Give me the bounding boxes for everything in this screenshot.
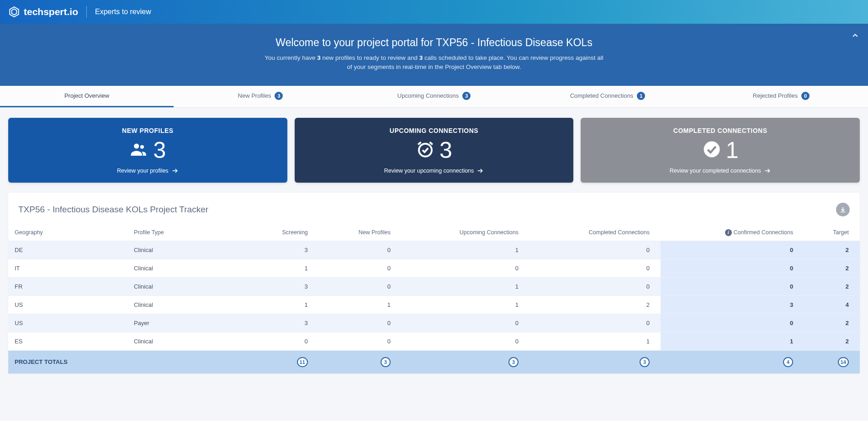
- col-geography: Geography: [8, 225, 127, 241]
- total-badge: 3: [640, 357, 650, 367]
- tab-new-profiles[interactable]: New Profiles3: [174, 86, 347, 107]
- totals-new-profiles: 3: [319, 350, 402, 374]
- tab-label: Completed Connections: [570, 92, 634, 99]
- cell-target: 2: [804, 332, 860, 350]
- tab-badge: 1: [637, 92, 645, 100]
- col-new-profiles: New Profiles: [319, 225, 402, 241]
- table-row: USPayer300002: [8, 314, 860, 332]
- cell-geography: ES: [8, 332, 127, 350]
- cell-upcoming: 1: [402, 295, 529, 314]
- new-profiles-card[interactable]: NEW PROFILES 3 Review your profiles: [8, 118, 287, 183]
- card-link[interactable]: Review your profiles: [117, 167, 179, 174]
- cell-new-profiles: 0: [319, 241, 402, 259]
- tab-project-overview[interactable]: Project Overview: [0, 86, 174, 107]
- card-heading: UPCOMING CONNECTIONS: [299, 127, 569, 134]
- cell-profile-type: Clinical: [127, 241, 247, 259]
- tab-upcoming-connections[interactable]: Upcoming Connections3: [347, 86, 521, 107]
- cell-completed: 2: [529, 295, 661, 314]
- cell-new-profiles: 0: [319, 314, 402, 332]
- logo-icon: [8, 6, 20, 18]
- totals-row: PROJECT TOTALS11333414: [8, 350, 860, 374]
- cell-target: 2: [804, 314, 860, 332]
- card-link[interactable]: Review your completed connections: [670, 167, 771, 174]
- welcome-subtext: You currently have 3 new profiles to rea…: [263, 53, 605, 72]
- svg-point-9: [704, 141, 720, 157]
- cell-screening: 3: [247, 277, 319, 295]
- total-badge: 4: [783, 357, 793, 367]
- svg-marker-1: [12, 9, 17, 15]
- cell-screening: 1: [247, 295, 319, 314]
- totals-confirmed: 4: [661, 350, 804, 374]
- tracker-title: TXP56 - Infectious Disease KOLs Project …: [18, 205, 208, 215]
- tab-bar: Project OverviewNew Profiles3Upcoming Co…: [0, 86, 868, 108]
- total-badge: 3: [508, 357, 519, 367]
- arrow-right-icon: [171, 167, 179, 174]
- summary-card-row: NEW PROFILES 3 Review your profiles UPCO…: [0, 108, 868, 183]
- header-subtitle: Experts to review: [95, 8, 151, 16]
- upcoming-connections-card[interactable]: UPCOMING CONNECTIONS 3 Review your upcom…: [295, 118, 574, 183]
- cell-upcoming: 1: [402, 277, 529, 295]
- collapse-banner-button[interactable]: [852, 32, 859, 41]
- totals-upcoming: 3: [402, 350, 529, 374]
- totals-label: PROJECT TOTALS: [8, 350, 247, 374]
- tab-label: New Profiles: [238, 92, 271, 99]
- info-icon[interactable]: i: [725, 229, 732, 236]
- total-badge: 14: [838, 357, 849, 367]
- table-row: USClinical111234: [8, 295, 860, 314]
- cell-geography: IT: [8, 259, 127, 277]
- brand-text: techspert.io: [24, 6, 78, 17]
- svg-line-7: [430, 142, 433, 144]
- arrow-right-icon: [476, 167, 484, 174]
- cell-new-profiles: 0: [319, 332, 402, 350]
- top-header: techspert.io Experts to review: [0, 0, 868, 24]
- tab-label: Rejected Profiles: [753, 92, 798, 99]
- tab-label: Upcoming Connections: [397, 92, 459, 99]
- cell-target: 2: [804, 259, 860, 277]
- cell-confirmed: 0: [661, 241, 804, 259]
- cell-confirmed: 1: [661, 332, 804, 350]
- card-heading: NEW PROFILES: [13, 127, 283, 134]
- tab-label: Project Overview: [64, 92, 109, 99]
- card-link[interactable]: Review your upcoming connections: [384, 167, 484, 174]
- cell-profile-type: Clinical: [127, 332, 247, 350]
- card-heading: COMPLETED CONNECTIONS: [585, 127, 855, 134]
- col-completed: Completed Connections: [529, 225, 661, 241]
- cell-upcoming: 1: [402, 241, 529, 259]
- brand-logo[interactable]: techspert.io: [8, 6, 78, 18]
- col-confirmed: iConfirmed Connections: [661, 225, 804, 241]
- col-screening: Screening: [247, 225, 319, 241]
- completed-connections-card[interactable]: COMPLETED CONNECTIONS 1 Review your comp…: [581, 118, 860, 183]
- cell-new-profiles: 1: [319, 295, 402, 314]
- tracker-table: Geography Profile Type Screening New Pro…: [8, 225, 860, 374]
- cell-upcoming: 0: [402, 332, 529, 350]
- cell-screening: 0: [247, 332, 319, 350]
- card-count: 3: [439, 139, 452, 162]
- people-icon: [129, 140, 148, 161]
- table-row: DEClinical301002: [8, 241, 860, 259]
- cell-profile-type: Payer: [127, 314, 247, 332]
- card-count: 1: [726, 139, 739, 162]
- arrow-right-icon: [764, 167, 771, 174]
- cell-completed: 0: [529, 259, 661, 277]
- cell-geography: FR: [8, 277, 127, 295]
- download-button[interactable]: [836, 203, 850, 216]
- total-badge: 11: [297, 357, 308, 367]
- cell-confirmed: 0: [661, 314, 804, 332]
- svg-point-2: [134, 143, 139, 148]
- tab-rejected-profiles[interactable]: Rejected Profiles0: [694, 86, 868, 107]
- card-count: 3: [153, 139, 166, 162]
- col-upcoming: Upcoming Connections: [402, 225, 529, 241]
- cell-screening: 3: [247, 314, 319, 332]
- alarm-check-icon: [416, 140, 435, 161]
- cell-completed: 0: [529, 241, 661, 259]
- cell-geography: DE: [8, 241, 127, 259]
- tab-completed-connections[interactable]: Completed Connections1: [521, 86, 694, 107]
- totals-screening: 11: [247, 350, 319, 374]
- tab-badge: 0: [801, 92, 810, 100]
- col-target: Target: [804, 225, 860, 241]
- download-icon: [839, 206, 847, 213]
- cell-profile-type: Clinical: [127, 295, 247, 314]
- cell-target: 2: [804, 277, 860, 295]
- tab-badge: 3: [462, 92, 471, 100]
- cell-screening: 3: [247, 241, 319, 259]
